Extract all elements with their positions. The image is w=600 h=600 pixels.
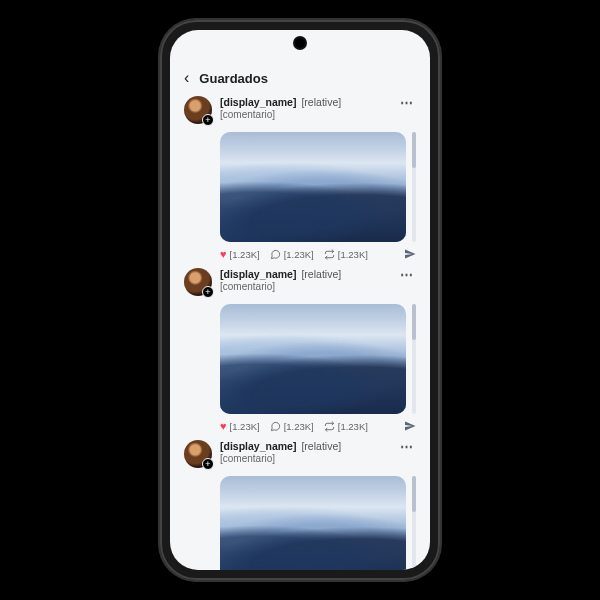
repost-button[interactable]: [1.23K] [324, 249, 368, 260]
follow-add-icon[interactable]: + [202, 286, 214, 298]
app-content: ‹ Guardados + [display_name] [relative] [170, 30, 430, 570]
repost-count: [1.23K] [338, 249, 368, 260]
post-body: [comentario] [220, 281, 390, 292]
comment-button[interactable]: [1.23K] [270, 249, 314, 260]
post: + [display_name] [relative] [comentario]… [184, 268, 416, 432]
post-text: [display_name] [relative] [comentario] [220, 96, 390, 120]
action-bar: ♥ [1.23K] [1.23K] [220, 420, 416, 432]
post-body: [comentario] [220, 453, 390, 464]
repost-button[interactable]: [1.23K] [324, 421, 368, 432]
header-bar: ‹ Guardados [170, 66, 430, 96]
comment-button[interactable]: [1.23K] [270, 421, 314, 432]
avatar[interactable]: + [184, 268, 212, 296]
post-image[interactable] [220, 132, 406, 242]
author-name[interactable]: [display_name] [220, 440, 296, 452]
comment-icon [270, 421, 281, 432]
post-header: + [display_name] [relative] [comentario]… [184, 96, 416, 124]
comment-count: [1.23K] [284, 249, 314, 260]
post-body: [comentario] [220, 109, 390, 120]
relative-time: [relative] [301, 440, 341, 452]
repost-icon [324, 421, 335, 432]
post-header: + [display_name] [relative] [comentario]… [184, 268, 416, 296]
feed: + [display_name] [relative] [comentario]… [170, 96, 430, 570]
post-text: [display_name] [relative] [comentario] [220, 268, 390, 292]
media-scroll-indicator[interactable] [412, 304, 416, 414]
repost-count: [1.23K] [338, 421, 368, 432]
post-text: [display_name] [relative] [comentario] [220, 440, 390, 464]
avatar[interactable]: + [184, 96, 212, 124]
like-count: [1.23K] [230, 249, 260, 260]
more-options-icon[interactable]: ⋯ [398, 268, 416, 281]
media-scroll-indicator[interactable] [412, 476, 416, 570]
relative-time: [relative] [301, 96, 341, 108]
post-image[interactable] [220, 304, 406, 414]
media-scroll-indicator[interactable] [412, 132, 416, 242]
repost-icon [324, 249, 335, 260]
like-count: [1.23K] [230, 421, 260, 432]
follow-add-icon[interactable]: + [202, 458, 214, 470]
author-name[interactable]: [display_name] [220, 268, 296, 280]
relative-time: [relative] [301, 268, 341, 280]
phone-frame: ‹ Guardados + [display_name] [relative] [160, 20, 440, 580]
post: + [display_name] [relative] [comentario]… [184, 440, 416, 570]
avatar[interactable]: + [184, 440, 212, 468]
comment-count: [1.23K] [284, 421, 314, 432]
share-icon[interactable] [404, 420, 416, 432]
heart-icon: ♥ [220, 248, 227, 260]
screen: ‹ Guardados + [display_name] [relative] [170, 30, 430, 570]
back-icon[interactable]: ‹ [184, 70, 189, 86]
post-header: + [display_name] [relative] [comentario]… [184, 440, 416, 468]
comment-icon [270, 249, 281, 260]
media-row [220, 132, 416, 242]
post: + [display_name] [relative] [comentario]… [184, 96, 416, 260]
share-icon[interactable] [404, 248, 416, 260]
media-row [220, 304, 416, 414]
front-camera [295, 38, 305, 48]
follow-add-icon[interactable]: + [202, 114, 214, 126]
like-button[interactable]: ♥ [1.23K] [220, 420, 260, 432]
action-bar: ♥ [1.23K] [1.23K] [220, 248, 416, 260]
more-options-icon[interactable]: ⋯ [398, 440, 416, 453]
author-name[interactable]: [display_name] [220, 96, 296, 108]
heart-icon: ♥ [220, 420, 227, 432]
page-title: Guardados [199, 71, 268, 86]
like-button[interactable]: ♥ [1.23K] [220, 248, 260, 260]
more-options-icon[interactable]: ⋯ [398, 96, 416, 109]
post-image[interactable] [220, 476, 406, 570]
media-row [220, 476, 416, 570]
